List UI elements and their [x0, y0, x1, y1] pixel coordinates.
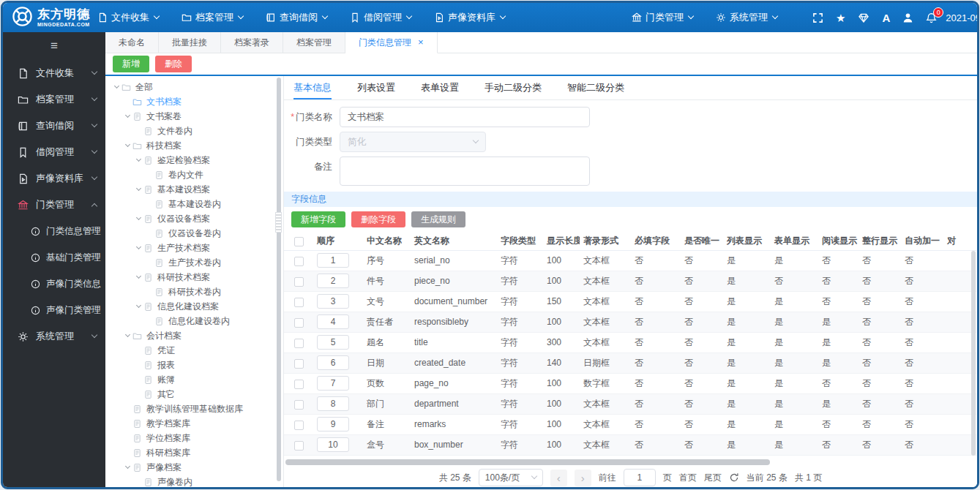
tree-node[interactable]: 生产技术档案	[105, 241, 275, 255]
close-icon[interactable]: ×	[418, 37, 424, 48]
sidebar-item-gear[interactable]: 系统管理	[3, 323, 105, 350]
order-input[interactable]: 3	[317, 294, 349, 309]
order-input[interactable]: 5	[317, 335, 349, 350]
table-horizontal-scrollbar[interactable]	[285, 458, 968, 467]
remark-textarea[interactable]	[340, 157, 590, 186]
tree-node[interactable]: 基本建设卷内	[105, 197, 275, 211]
sidebar-item-bank[interactable]: 门类管理	[3, 192, 105, 218]
nav-menu-bookmark[interactable]: 借阅管理	[350, 11, 411, 24]
table-row[interactable]: 9备注remarks字符100文本框否否是是否否否	[284, 414, 976, 434]
add-button[interactable]: 新增	[113, 56, 149, 72]
table-vertical-scrollbar-thumb[interactable]	[971, 251, 976, 456]
tree-node[interactable]: 仪器设备卷内	[105, 226, 275, 241]
fullscreen-icon[interactable]	[812, 12, 823, 23]
tree-node[interactable]: 会计档案	[105, 328, 275, 343]
tree-scrollbar-thumb[interactable]	[277, 78, 281, 481]
tree-node[interactable]: 仪器设备档案	[105, 211, 275, 226]
generate-rule-button[interactable]: 生成规则	[411, 211, 465, 227]
nav-menu-media[interactable]: 声像资料库	[434, 11, 505, 24]
row-checkbox[interactable]	[294, 421, 304, 430]
detail-tab[interactable]: 表单设置	[421, 76, 459, 99]
tree-node[interactable]: 凭证	[105, 343, 275, 358]
row-checkbox[interactable]	[294, 400, 304, 410]
row-checkbox[interactable]	[294, 277, 304, 287]
order-input[interactable]: 6	[317, 355, 349, 370]
sidebar-subitem[interactable]: 门类信息管理	[3, 218, 105, 244]
page-tab[interactable]: 门类信息管理×	[345, 32, 438, 53]
nav-menu-book[interactable]: 查询借阅	[266, 11, 327, 24]
row-checkbox[interactable]	[294, 380, 304, 389]
tree-node[interactable]: 报表	[105, 358, 275, 372]
page-tab[interactable]: 未命名	[105, 32, 159, 53]
sidebar-item-file[interactable]: 文件收集	[3, 60, 105, 86]
next-page-button[interactable]: ›	[575, 470, 591, 486]
sidebar-subitem[interactable]: 声像门类管理	[3, 297, 105, 323]
select-all-checkbox[interactable]	[294, 237, 304, 246]
tree-node[interactable]: 文书案卷	[105, 109, 275, 124]
order-input[interactable]: 4	[317, 314, 349, 329]
tree-node[interactable]: 文书档案	[105, 94, 275, 109]
tree-node[interactable]: 声像卷内	[105, 475, 275, 489]
detail-tab[interactable]: 手动二级分类	[485, 76, 542, 99]
detail-tab[interactable]: 基本信息	[293, 76, 332, 99]
table-row[interactable]: 2件号piece_no字符100文本框否否是否否否否	[284, 271, 976, 291]
table-vertical-scrollbar[interactable]	[970, 251, 976, 456]
gem-icon[interactable]	[858, 12, 869, 23]
tree-node[interactable]: 文件卷内	[105, 124, 275, 138]
font-size-icon[interactable]: A	[882, 12, 890, 23]
last-page-link[interactable]: 尾页	[704, 472, 722, 484]
row-checkbox[interactable]	[294, 257, 304, 266]
tree-node[interactable]: 声像档案	[105, 460, 275, 475]
page-size-select[interactable]: 100条/页	[479, 469, 543, 486]
tree-node[interactable]: 基本建设档案	[105, 182, 275, 197]
sidebar-collapse-button[interactable]: ≡	[3, 32, 105, 60]
nav-menu-gear[interactable]: 系统管理	[716, 11, 777, 24]
order-input[interactable]: 2	[317, 274, 349, 288]
sidebar-subitem[interactable]: 声像门类信息	[3, 271, 105, 297]
sidebar-item-folder[interactable]: 档案管理	[3, 86, 105, 113]
user-icon[interactable]	[902, 12, 913, 23]
tree-scrollbar[interactable]	[275, 76, 283, 489]
delete-field-button[interactable]: 删除字段	[351, 211, 405, 227]
sidebar-item-book[interactable]: 查询借阅	[3, 113, 105, 139]
order-input[interactable]: 10	[317, 437, 349, 452]
favorite-star-icon[interactable]: ★	[836, 12, 845, 23]
row-checkbox[interactable]	[294, 359, 304, 369]
panel-resize-handle[interactable]	[275, 212, 282, 233]
tree-node[interactable]: 教学训练管理基础数据库	[105, 402, 275, 416]
refresh-icon[interactable]	[729, 472, 739, 483]
row-checkbox[interactable]	[294, 318, 304, 328]
table-row[interactable]: 5题名title字符300文本框否否是是是否否	[284, 332, 976, 353]
delete-button[interactable]: 删除	[155, 56, 192, 72]
tree-node[interactable]: 鉴定检验档案	[105, 153, 275, 167]
page-tab[interactable]: 批量挂接	[159, 32, 221, 53]
first-page-link[interactable]: 首页	[679, 472, 697, 484]
nav-menu-bank[interactable]: 门类管理	[632, 11, 693, 24]
nav-menu-file[interactable]: 文件收集	[97, 11, 159, 24]
tree-node[interactable]: 科研技术档案	[105, 270, 275, 284]
row-checkbox[interactable]	[294, 441, 304, 451]
sidebar-item-media[interactable]: 声像资料库	[3, 165, 105, 192]
prev-page-button[interactable]: ‹	[550, 470, 567, 486]
tree-node[interactable]: 学位档案库	[105, 431, 275, 445]
detail-tab[interactable]: 列表设置	[357, 76, 395, 99]
sidebar-subitem[interactable]: 基础门类管理	[3, 244, 105, 271]
table-row[interactable]: 8部门department字符100文本框否否是是是否否	[284, 393, 976, 414]
table-row[interactable]: 10盒号box_number字符100文本框否否是是否否否	[284, 434, 976, 455]
page-tab[interactable]: 档案著录	[221, 32, 283, 53]
table-row[interactable]: 6日期created_date字符140日期框否否是是是否否	[284, 353, 976, 373]
order-input[interactable]: 1	[317, 253, 349, 268]
tree-node[interactable]: 科研技术卷内	[105, 284, 275, 299]
add-field-button[interactable]: 新增字段	[291, 211, 345, 227]
tree-node[interactable]: 全部	[105, 80, 275, 94]
category-name-input[interactable]	[340, 107, 590, 127]
table-row[interactable]: 11保管期限retention字符100下拉框否否是是是否否	[284, 455, 976, 457]
sidebar-item-bookmark[interactable]: 借阅管理	[3, 139, 105, 165]
table-row[interactable]: 1序号serial_no字符100文本框否否是是否否否	[284, 250, 976, 271]
tree-node[interactable]: 账簿	[105, 372, 275, 387]
table-row[interactable]: 7页数page_no字符100数字框否否是是否否否	[284, 373, 976, 393]
tree-node[interactable]: 教学档案库	[105, 416, 275, 431]
goto-page-input[interactable]	[624, 469, 656, 486]
tree-node[interactable]: 其它	[105, 387, 275, 402]
nav-menu-folder[interactable]: 档案管理	[182, 11, 243, 24]
